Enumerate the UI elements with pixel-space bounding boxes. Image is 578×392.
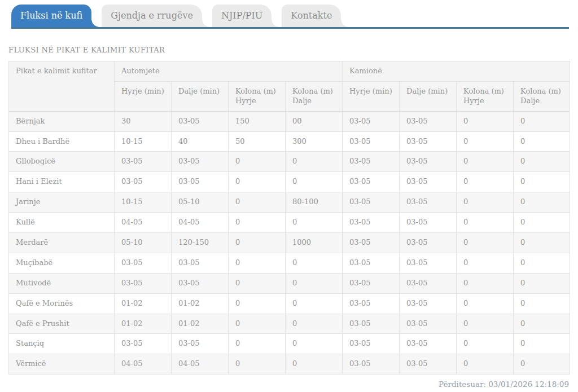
- table-row: Vërmicë04-0504-050003-0503-0500: [9, 354, 570, 375]
- tab-underline: [11, 27, 569, 29]
- cell-value: 0: [229, 253, 286, 273]
- table-body: Bërnjak3003-051500003-0503-0500Dheu i Ba…: [9, 111, 570, 375]
- col-header-kamione-hyrje-min: Hyrje (min): [343, 81, 400, 111]
- cell-value: 0: [286, 253, 343, 273]
- cell-value: 03-05: [115, 172, 172, 192]
- table-row: Dheu i Bardhë10-15405030003-0503-0500: [9, 131, 570, 152]
- cell-value: 03-05: [400, 334, 457, 354]
- cell-value: 0: [286, 273, 343, 293]
- crossing-point-name: Kullë: [9, 213, 115, 233]
- cell-value: 0: [457, 273, 514, 293]
- table-row: Merdarë05-10120-1500100003-0503-0500: [9, 233, 570, 253]
- cell-value: 03-05: [343, 213, 400, 233]
- cell-value: 0: [286, 293, 343, 314]
- cell-value: 0: [457, 293, 514, 314]
- table-row: Kullë04-0504-050003-0503-0500: [9, 213, 570, 233]
- cell-value: 03-05: [115, 253, 172, 273]
- cell-value: 03-05: [400, 213, 457, 233]
- table-row: Hani i Elezit03-0503-050003-0503-0500: [9, 172, 570, 192]
- col-header-kamione-kolona-hyrje: Kolona (m) Hyrje: [457, 81, 514, 111]
- cell-value: 0: [229, 273, 286, 293]
- crossing-point-name: Jarinje: [9, 192, 115, 213]
- cell-value: 01-02: [115, 293, 172, 314]
- cell-value: 1000: [286, 233, 343, 253]
- cell-value: 00: [286, 111, 343, 131]
- cell-value: 80-100: [286, 192, 343, 213]
- cell-value: 03-05: [400, 131, 457, 152]
- cell-value: 300: [286, 131, 343, 152]
- cell-value: 0: [457, 131, 514, 152]
- cell-value: 03-05: [400, 253, 457, 273]
- cell-value: 03-05: [400, 293, 457, 314]
- cell-value: 03-05: [172, 334, 229, 354]
- cell-value: 0: [286, 354, 343, 375]
- page-title: FLUKSI NË PIKAT E KALIMIT KUFITAR: [8, 46, 570, 54]
- cell-value: 0: [457, 152, 514, 172]
- tab-kontakte[interactable]: Kontakte: [282, 5, 341, 27]
- cell-value: 0: [457, 233, 514, 253]
- cell-value: 0: [514, 152, 570, 172]
- table-row: Jarinje10-1505-10080-10003-0503-0500: [9, 192, 570, 213]
- page: Fluksi në kufi Gjendja e rrugëve NJIP/PI…: [0, 0, 578, 392]
- cell-value: 03-05: [172, 172, 229, 192]
- crossing-point-name: Qafë e Prushit: [9, 314, 115, 334]
- crossing-point-name: Merdarë: [9, 233, 115, 253]
- col-header-automjete-dalje-min: Dalje (min): [172, 81, 229, 111]
- tab-bar: Fluksi në kufi Gjendja e rrugëve NJIP/PI…: [0, 0, 578, 27]
- table-row: Muçíbabë03-0503-050003-0503-0500: [9, 253, 570, 273]
- col-header-automjete-hyrje-min: Hyrje (min): [115, 81, 172, 111]
- cell-value: 10-15: [115, 131, 172, 152]
- cell-value: 03-05: [343, 192, 400, 213]
- cell-value: 0: [286, 334, 343, 354]
- cell-value: 0: [514, 253, 570, 273]
- cell-value: 01-02: [115, 314, 172, 334]
- cell-value: 03-05: [343, 233, 400, 253]
- crossing-point-name: Muçíbabë: [9, 253, 115, 273]
- tab-njip-piu[interactable]: NJIP/PIU: [212, 5, 272, 27]
- cell-value: 03-05: [343, 293, 400, 314]
- tab-label: Fluksi në kufi: [20, 10, 82, 21]
- cell-value: 150: [229, 111, 286, 131]
- col-header-kamione-dalje-min: Dalje (min): [400, 81, 457, 111]
- crossing-point-name: Mutivodë: [9, 273, 115, 293]
- cell-value: 0: [229, 233, 286, 253]
- cell-value: 03-05: [400, 111, 457, 131]
- cell-value: 03-05: [400, 233, 457, 253]
- cell-value: 0: [286, 314, 343, 334]
- cell-value: 0: [514, 334, 570, 354]
- cell-value: 0: [457, 111, 514, 131]
- cell-value: 0: [514, 273, 570, 293]
- cell-value: 0: [514, 354, 570, 375]
- col-group-automjete: Automjete: [115, 61, 343, 82]
- cell-value: 0: [514, 172, 570, 192]
- tab-fluksi-ne-kufi[interactable]: Fluksi në kufi: [11, 5, 91, 27]
- tab-label: NJIP/PIU: [221, 10, 262, 21]
- tab-label: Kontakte: [291, 10, 332, 21]
- cell-value: 03-05: [115, 273, 172, 293]
- cell-value: 03-05: [343, 273, 400, 293]
- cell-value: 04-05: [115, 354, 172, 375]
- cell-value: 30: [115, 111, 172, 131]
- cell-value: 03-05: [400, 273, 457, 293]
- col-header-automjete-kolona-dalje: Kolona (m) Dalje: [286, 81, 343, 111]
- cell-value: 04-05: [172, 213, 229, 233]
- cell-value: 03-05: [400, 172, 457, 192]
- cell-value: 50: [229, 131, 286, 152]
- cell-value: 03-05: [172, 253, 229, 273]
- cell-value: 120-150: [172, 233, 229, 253]
- crossing-point-name: Dheu i Bardhë: [9, 131, 115, 152]
- cell-value: 03-05: [400, 354, 457, 375]
- tab-label: Gjendja e rrugëve: [111, 10, 193, 21]
- col-header-crossing-points: Pikat e kalimit kufitar: [9, 61, 115, 112]
- table-row: Qafë e Morinës01-0201-020003-0503-0500: [9, 293, 570, 314]
- cell-value: 0: [514, 314, 570, 334]
- cell-value: 03-05: [115, 152, 172, 172]
- cell-value: 0: [229, 314, 286, 334]
- tab-gjendja-e-rrugeve[interactable]: Gjendja e rrugëve: [102, 5, 202, 27]
- cell-value: 40: [172, 131, 229, 152]
- col-header-kamione-kolona-dalje: Kolona (m) Dalje: [514, 81, 570, 111]
- cell-value: 03-05: [172, 152, 229, 172]
- cell-value: 0: [286, 172, 343, 192]
- cell-value: 04-05: [172, 354, 229, 375]
- cell-value: 03-05: [343, 354, 400, 375]
